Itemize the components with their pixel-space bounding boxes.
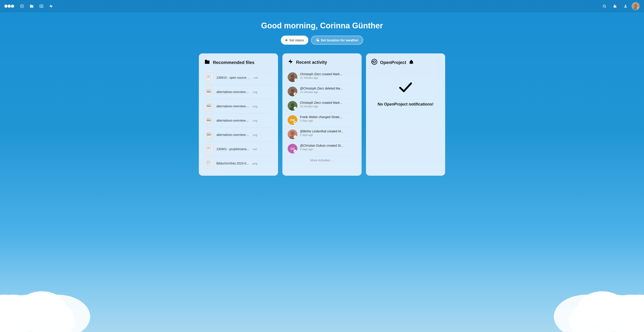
file-item[interactable]: alternatives-overview-....svg	[204, 128, 273, 142]
weather-icon: 🌤	[316, 38, 319, 42]
file-item[interactable]: alternatives-overview-....svg	[204, 99, 273, 114]
file-item[interactable]: 230815 - open source ....md	[204, 70, 273, 85]
recommended-files-header: Recommended files	[204, 59, 273, 66]
file-name-3: alternatives-overview-...	[216, 104, 249, 108]
file-item[interactable]: Bildschirmfoto 2023-0....png	[204, 156, 273, 170]
contacts-btn[interactable]	[621, 2, 630, 10]
main-content: Good morning, Corinna Günther Set status…	[0, 12, 644, 176]
activity-item-1[interactable]: + Christoph Zierz created Mark... 21 min…	[288, 70, 356, 84]
file-name-5: alternatives-overview-...	[216, 133, 249, 136]
file-ext-3: .svg	[252, 105, 257, 108]
file-ext-2: .svg	[252, 90, 257, 94]
svg-point-21	[634, 4, 637, 7]
svg-rect-44	[207, 161, 210, 163]
svg-rect-39	[206, 146, 211, 152]
activity-time-5: 5 days ago	[300, 134, 356, 136]
activity-text-1: Christoph Zierz created Mark... 21 minut…	[300, 72, 356, 79]
svg-text:↻: ↻	[294, 121, 296, 124]
file-name-4: alternatives-overview-...	[216, 119, 249, 122]
activity-avatar-1: +	[288, 72, 297, 82]
activity-time-4: 5 days ago	[300, 119, 356, 122]
user-avatar-btn[interactable]	[632, 2, 640, 10]
file-item[interactable]: alternatives-overview-....svg	[204, 114, 273, 128]
status-dot-icon	[285, 39, 288, 41]
openproject-icon	[371, 59, 378, 66]
no-notifications-text: No OpenProject notifications!	[378, 102, 434, 107]
cards-row: Recommended files 230815 - open source .…	[194, 54, 450, 176]
svg-point-67	[290, 131, 294, 135]
svg-point-35	[208, 119, 208, 120]
svg-text:✕: ✕	[294, 93, 296, 96]
set-status-button[interactable]: Set status	[281, 36, 308, 45]
svg-point-32	[208, 105, 208, 106]
svg-point-53	[291, 89, 294, 92]
nextcloud-logo[interactable]	[4, 3, 14, 9]
notifications-btn[interactable]	[610, 2, 619, 10]
set-weather-button[interactable]: 🌤 Set location for weather	[311, 36, 363, 45]
activity-desc-1: Christoph Zierz created Mark...	[300, 72, 356, 76]
file-ext-5: .svg	[252, 133, 257, 136]
home-nav-btn[interactable]	[18, 2, 26, 10]
svg-point-58	[291, 103, 294, 107]
svg-point-76	[373, 61, 376, 63]
svg-text:+: +	[294, 136, 296, 138]
activity-item-4[interactable]: FW ↻ Frank Weber changed Strate... 5 day…	[288, 113, 356, 127]
activity-time-6: 6 days ago	[300, 148, 356, 151]
file-ext-1: .md	[253, 76, 258, 79]
activity-desc-3: Christoph Zierz created Mark...	[300, 101, 356, 104]
file-thumbnail-2	[204, 87, 214, 97]
file-item[interactable]: alternatives-overview-....svg	[204, 85, 273, 99]
svg-text:+: +	[294, 150, 296, 152]
svg-text:CD: CD	[290, 147, 295, 150]
activity-desc-5: @Birthe Lindenthal created M...	[300, 130, 356, 133]
photos-nav-btn[interactable]	[37, 2, 46, 10]
svg-point-9	[578, 291, 626, 324]
svg-rect-15	[40, 5, 43, 8]
activity-text-3: Christoph Zierz created Mark... 24 minut…	[300, 101, 356, 108]
svg-text:+: +	[294, 107, 296, 110]
activity-item-5[interactable]: + @Birthe Lindenthal created M... 5 days…	[288, 127, 356, 142]
openproject-card: OpenProject No OpenProject notifications…	[366, 54, 445, 176]
svg-text:+: +	[295, 78, 296, 81]
top-navigation	[0, 0, 644, 12]
svg-point-48	[291, 74, 294, 78]
activity-desc-2: @Christoph Zierz deleted Ma...	[300, 87, 356, 90]
svg-point-10	[4, 4, 8, 8]
nav-icons	[18, 2, 56, 10]
activity-time-1: 21 minutes ago	[300, 76, 356, 79]
activity-nav-btn[interactable]	[47, 2, 56, 10]
activity-item-3[interactable]: + Christoph Zierz created Mark... 24 min…	[288, 99, 356, 113]
top-nav-right	[600, 2, 640, 10]
greeting-text: Good morning, Corinna Günther	[261, 21, 383, 30]
search-btn[interactable]	[600, 2, 609, 10]
files-nav-btn[interactable]	[27, 2, 36, 10]
svg-point-16	[41, 6, 42, 7]
file-thumbnail-3	[204, 101, 214, 111]
activity-item-6[interactable]: CD + @Christian Dubois created St... 6 d…	[288, 142, 356, 156]
file-ext-4: .svg	[252, 119, 257, 122]
activity-desc-6: @Christian Dubois created St...	[300, 144, 356, 147]
activity-time-2: 21 minutes ago	[300, 90, 356, 94]
activity-card-icon	[288, 59, 294, 66]
file-name-1: 230815 - open source ...	[216, 76, 250, 79]
openproject-bell-icon	[409, 60, 414, 66]
svg-point-38	[208, 133, 208, 134]
recent-activity-header: Recent activity	[288, 59, 356, 66]
files-card-icon	[204, 59, 210, 66]
cloud-right	[547, 282, 644, 332]
file-thumbnail-5	[204, 130, 214, 140]
file-name-6: 230901 - projektmana...	[216, 147, 249, 151]
set-status-label: Set status	[289, 38, 304, 42]
svg-line-18	[605, 7, 606, 8]
more-activities-link[interactable]: More Activities ...	[288, 158, 356, 162]
activity-text-4: Frank Weber changed Strate... 5 days ago	[300, 115, 356, 122]
openproject-title: OpenProject	[380, 60, 406, 65]
activity-text-6: @Christian Dubois created St... 6 days a…	[300, 144, 356, 151]
svg-point-19	[615, 4, 616, 6]
activity-avatar-3: +	[288, 101, 297, 110]
file-item[interactable]: 230901 - projektmana....md	[204, 142, 273, 156]
online-indicator	[637, 8, 639, 10]
activity-item-2[interactable]: ✕ @Christoph Zierz deleted Ma... 21 minu…	[288, 84, 356, 99]
file-ext-7: .png	[252, 162, 257, 165]
file-name-2: alternatives-overview-...	[216, 90, 249, 94]
